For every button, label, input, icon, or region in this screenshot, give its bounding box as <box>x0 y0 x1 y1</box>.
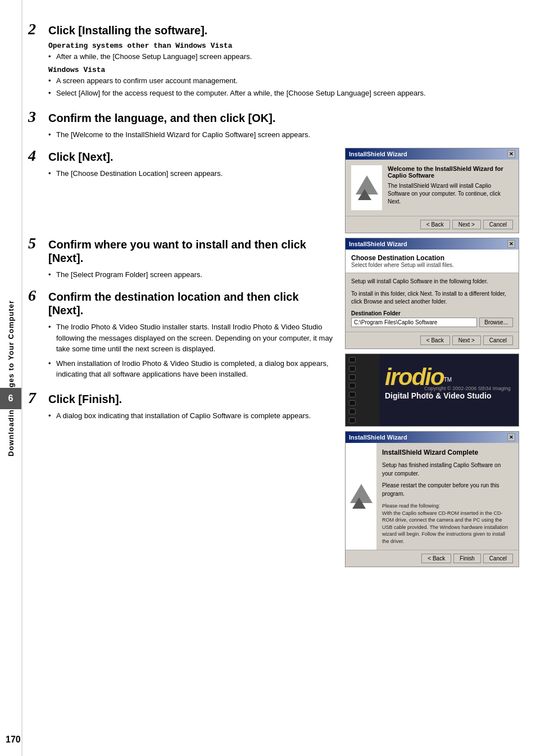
irodio-tm: TM <box>444 377 452 383</box>
wizard-dest-screenshot: InstallShield Wizard ✕ Choose Destinatio… <box>345 238 519 349</box>
wizard-welcome-text-area: Welcome to the InstallShield Wizard for … <box>388 165 513 210</box>
step-7-bullet-1: A dialog box indicating that installatio… <box>56 410 336 422</box>
chapter-badge: 6 <box>0 388 21 409</box>
wizard-welcome-screenshot: InstallShield Wizard ✕ Welcome to the In… <box>345 148 519 233</box>
step-3: 3 Confirm the language, and then click [… <box>28 109 525 125</box>
step-2-title: Click [Installing the software]. <box>48 21 207 37</box>
page-number: 170 <box>6 735 21 745</box>
step-2-subheading-1: Operating systems other than Windows Vis… <box>48 42 525 50</box>
wizard-triangle-inner <box>358 189 371 200</box>
wizard-complete-screenshot: InstallShield Wizard ✕ InstallShield Wiz… <box>345 431 519 567</box>
wizard-complete-text2: Please restart the computer before you r… <box>382 481 513 498</box>
film-hole-6 <box>349 400 356 406</box>
wizard-complete-footer: < Back Finish Cancel <box>346 550 519 567</box>
wizard-welcome-text-body: The InstallShield Wizard will install Ca… <box>388 182 513 206</box>
wizard-complete-icon-area <box>346 443 376 550</box>
wizard-welcome-footer: < Back Next > Cancel <box>346 216 519 233</box>
film-hole-2 <box>349 366 356 372</box>
step-6: 6 Confirm the destination location and t… <box>28 288 336 317</box>
wizard-dest-close-btn[interactable]: ✕ <box>507 240 515 248</box>
film-hole-5 <box>349 392 356 397</box>
wizard-complete-text1: Setup has finished installing Caplio Sof… <box>382 461 513 478</box>
irodio-film-strips <box>346 354 379 426</box>
step-2: 2 Click [Installing the software]. <box>28 21 525 37</box>
wizard-welcome-title: InstallShield Wizard <box>349 151 407 157</box>
wizard-dest-folder-row: C:\Program Files\Caplio Software Browse.… <box>351 318 513 327</box>
wizard-complete-back-btn[interactable]: < Back <box>421 554 451 563</box>
step-3-title: Confirm the language, and then click [OK… <box>48 109 275 125</box>
step-7-number: 7 <box>28 390 46 406</box>
wizard-dest-footer: < Back Next > Cancel <box>346 332 519 348</box>
step-4-title: Click [Next]. <box>48 148 113 164</box>
left-col: 4 Click [Next]. The [Choose Destination … <box>28 148 336 423</box>
wizard-dest-back-btn[interactable]: < Back <box>420 336 450 345</box>
irodio-copyright: Copyright © 2002-2006 Sth34 Imaging Ltd. <box>424 386 513 397</box>
step-3-number: 3 <box>28 109 46 125</box>
sidebar-divider <box>21 0 22 756</box>
wizard-complete-titlebar: InstallShield Wizard ✕ <box>346 432 519 443</box>
step-7-title: Click [Finish]. <box>48 390 122 406</box>
step-5-number: 5 <box>28 236 46 251</box>
step-2-bullet-3: Select [Allow] for the access request to… <box>56 88 525 99</box>
step-6-bullet-2: When installation of Irodio Photo & Vide… <box>56 358 336 380</box>
wizard-dest-header-title: Choose Destination Location <box>351 254 513 262</box>
wizard-dest-text2: To install in this folder, click Next. T… <box>351 290 513 306</box>
wizard-complete-cancel-btn[interactable]: Cancel <box>483 554 513 563</box>
wizard-dest-body: Setup will install Caplio Software in th… <box>346 273 519 332</box>
step-2-number: 2 <box>28 21 46 37</box>
wizard-complete-body-area: InstallShield Wizard Complete Setup has … <box>346 443 519 550</box>
film-hole-4 <box>349 383 356 388</box>
wizard-dest-cancel-btn[interactable]: Cancel <box>483 336 513 345</box>
irodio-logo-area: irodioTM Digital Photo & Video Studio Co… <box>385 365 513 400</box>
wizard-complete-text-area: InstallShield Wizard Complete Setup has … <box>376 443 519 550</box>
wizard-complete-main-title: InstallShield Wizard Complete <box>382 447 513 458</box>
wizard-complete-finish-btn[interactable]: Finish <box>453 554 481 563</box>
wizard-close-btn[interactable]: ✕ <box>507 150 515 158</box>
wizard-complete-close-btn[interactable]: ✕ <box>507 433 515 441</box>
wizard-welcome-text-title: Welcome to the InstallShield Wizard for … <box>388 165 513 179</box>
wizard-dest-folder-label: Destination Folder <box>351 310 513 316</box>
wizard-complete-triangle <box>350 484 373 509</box>
wizard-welcome-titlebar: InstallShield Wizard ✕ <box>346 148 519 160</box>
step-5: 5 Confirm where you want to install and … <box>28 236 336 265</box>
sidebar-text: Downloading Images to Your Computer <box>7 300 15 456</box>
step-4: 4 Click [Next]. <box>28 148 336 164</box>
step-3-bullet-1: The [Welcome to the InstallShield Wizard… <box>56 129 525 141</box>
wizard-welcome-next-btn[interactable]: Next > <box>452 220 481 229</box>
step-6-title: Confirm the destination location and the… <box>48 288 336 317</box>
irodio-screenshot: irodioTM Digital Photo & Video Studio Co… <box>345 354 519 427</box>
sidebar: Downloading Images to Your Computer <box>0 0 21 756</box>
step-5-bullet-1: The [Select Program Folder] screen appea… <box>56 269 336 280</box>
film-hole-7 <box>349 409 356 414</box>
step-4-bullet-1: The [Choose Destination Location] screen… <box>56 168 336 179</box>
film-hole-8 <box>349 418 356 423</box>
step-2-bullet-2: A screen appears to confirm user account… <box>56 75 525 87</box>
step-5-title: Confirm where you want to install and th… <box>48 236 336 265</box>
wizard-dest-titlebar: InstallShield Wizard ✕ <box>346 238 519 250</box>
film-hole-1 <box>349 357 356 363</box>
wizard-dest-browse-btn[interactable]: Browse... <box>479 318 513 327</box>
wizard-welcome-back-btn[interactable]: < Back <box>420 220 450 229</box>
wizard-dest-next-btn[interactable]: Next > <box>452 336 481 345</box>
two-col-section: 4 Click [Next]. The [Choose Destination … <box>28 148 525 572</box>
main-content: 2 Click [Installing the software]. Opera… <box>28 0 525 594</box>
wizard-complete-tri-inner <box>352 497 366 509</box>
wizard-complete-note: Please read the following: With the Capl… <box>382 503 513 545</box>
step-7: 7 Click [Finish]. <box>28 390 336 406</box>
wizard-dest-text1: Setup will install Caplio Software in th… <box>351 278 513 286</box>
wizard-dest-folder-input[interactable]: C:\Program Files\Caplio Software <box>351 318 477 327</box>
wizard-triangle-icon <box>356 175 378 200</box>
wizard-complete-title-bar: InstallShield Wizard <box>349 434 407 441</box>
step-2-subheading-2: Windows Vista <box>48 66 525 74</box>
wizard-dest-header: Choose Destination Location Select folde… <box>346 250 519 273</box>
step-6-bullet-1: The Irodio Photo & Video Studio installe… <box>56 322 336 355</box>
wizard-welcome-cancel-btn[interactable]: Cancel <box>483 220 513 229</box>
wizard-dest-header-sub: Select folder where Setup will install f… <box>351 262 513 268</box>
film-hole-3 <box>349 374 356 380</box>
step-2-bullet-1: After a while, the [Choose Setup Languag… <box>56 51 525 62</box>
wizard-dest-title: InstallShield Wizard <box>349 241 407 247</box>
step-6-number: 6 <box>28 288 46 304</box>
wizard-icon-area <box>351 165 382 210</box>
right-col: InstallShield Wizard ✕ Welcome to the In… <box>345 148 525 572</box>
wizard-welcome-body: Welcome to the InstallShield Wizard for … <box>346 160 519 216</box>
